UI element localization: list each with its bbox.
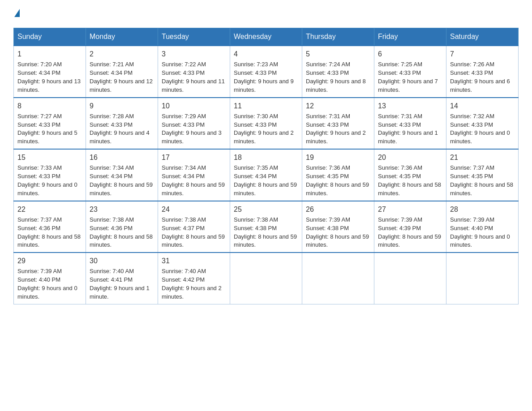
sunset-label: Sunset: 4:39 PM — [378, 225, 421, 231]
sunset-label: Sunset: 4:34 PM — [17, 69, 60, 76]
sunset-label: Sunset: 4:33 PM — [17, 173, 60, 180]
sunset-label: Sunset: 4:33 PM — [450, 121, 493, 128]
day-number: 14 — [450, 101, 515, 111]
sunset-label: Sunset: 4:36 PM — [17, 225, 60, 231]
calendar-week-1: 1Sunrise: 7:20 AMSunset: 4:34 PMDaylight… — [14, 46, 519, 98]
daylight-label: Daylight: 8 hours and 58 minutes. — [17, 233, 81, 248]
daylight-label: Daylight: 8 hours and 58 minutes. — [90, 233, 153, 248]
sunset-label: Sunset: 4:33 PM — [162, 121, 205, 128]
calendar-week-2: 8Sunrise: 7:27 AMSunset: 4:33 PMDaylight… — [14, 98, 519, 150]
day-number: 9 — [90, 101, 154, 111]
calendar-cell: 22Sunrise: 7:37 AMSunset: 4:36 PMDayligh… — [14, 201, 86, 253]
logo-text — [13, 9, 20, 18]
sunset-label: Sunset: 4:33 PM — [162, 69, 205, 76]
day-header-wednesday: Wednesday — [230, 28, 302, 46]
sunset-label: Sunset: 4:33 PM — [306, 69, 349, 76]
daylight-label: Daylight: 9 hours and 13 minutes. — [17, 78, 81, 93]
day-number: 26 — [306, 204, 370, 214]
sunrise-label: Sunrise: 7:31 AM — [306, 113, 350, 120]
daylight-label: Daylight: 8 hours and 58 minutes. — [450, 181, 513, 197]
daylight-label: Daylight: 9 hours and 8 minutes. — [306, 78, 366, 93]
sunrise-label: Sunrise: 7:21 AM — [90, 61, 134, 68]
calendar-cell: 21Sunrise: 7:37 AMSunset: 4:35 PMDayligh… — [446, 149, 519, 201]
day-number: 13 — [378, 101, 442, 111]
calendar-week-4: 22Sunrise: 7:37 AMSunset: 4:36 PMDayligh… — [14, 201, 519, 253]
sunrise-label: Sunrise: 7:22 AM — [162, 61, 206, 68]
daylight-label: Daylight: 9 hours and 1 minute. — [378, 129, 438, 145]
sunrise-label: Sunrise: 7:35 AM — [234, 164, 278, 171]
sunset-label: Sunset: 4:33 PM — [378, 121, 421, 128]
calendar-cell: 24Sunrise: 7:38 AMSunset: 4:37 PMDayligh… — [158, 201, 230, 253]
day-number: 6 — [378, 49, 442, 59]
sunset-label: Sunset: 4:37 PM — [162, 225, 205, 231]
day-number: 19 — [306, 152, 370, 163]
sunset-label: Sunset: 4:34 PM — [90, 173, 133, 180]
sunset-label: Sunset: 4:35 PM — [378, 173, 421, 180]
sunrise-label: Sunrise: 7:28 AM — [90, 113, 134, 120]
day-number: 4 — [234, 49, 298, 59]
sunrise-label: Sunrise: 7:26 AM — [450, 61, 494, 68]
sunset-label: Sunset: 4:41 PM — [90, 276, 133, 283]
day-number: 18 — [234, 152, 298, 163]
sunset-label: Sunset: 4:40 PM — [450, 225, 493, 231]
daylight-label: Daylight: 8 hours and 59 minutes. — [162, 181, 225, 197]
daylight-label: Daylight: 9 hours and 2 minutes. — [306, 129, 366, 145]
daylight-label: Daylight: 9 hours and 7 minutes. — [378, 78, 438, 93]
daylight-label: Daylight: 9 hours and 4 minutes. — [90, 129, 150, 145]
day-header-saturday: Saturday — [446, 28, 519, 46]
calendar-cell: 23Sunrise: 7:38 AMSunset: 4:36 PMDayligh… — [86, 201, 158, 253]
daylight-label: Daylight: 8 hours and 59 minutes. — [306, 181, 369, 197]
sunset-label: Sunset: 4:34 PM — [162, 173, 205, 180]
calendar-cell: 4Sunrise: 7:23 AMSunset: 4:33 PMDaylight… — [230, 46, 302, 98]
sunrise-label: Sunrise: 7:33 AM — [17, 164, 62, 171]
sunrise-label: Sunrise: 7:40 AM — [162, 268, 206, 274]
day-number: 7 — [450, 49, 515, 59]
calendar-cell: 8Sunrise: 7:27 AMSunset: 4:33 PMDaylight… — [14, 98, 86, 150]
daylight-label: Daylight: 8 hours and 59 minutes. — [234, 233, 297, 248]
day-number: 23 — [90, 204, 154, 214]
sunset-label: Sunset: 4:42 PM — [162, 276, 205, 283]
day-number: 17 — [162, 152, 226, 163]
sunrise-label: Sunrise: 7:40 AM — [90, 268, 134, 274]
daylight-label: Daylight: 8 hours and 59 minutes. — [90, 181, 153, 197]
calendar-week-5: 29Sunrise: 7:39 AMSunset: 4:40 PMDayligh… — [14, 253, 519, 304]
calendar-cell: 19Sunrise: 7:36 AMSunset: 4:35 PMDayligh… — [302, 149, 374, 201]
calendar-cell: 27Sunrise: 7:39 AMSunset: 4:39 PMDayligh… — [374, 201, 446, 253]
calendar-cell: 29Sunrise: 7:39 AMSunset: 4:40 PMDayligh… — [14, 253, 86, 304]
sunrise-label: Sunrise: 7:34 AM — [90, 164, 134, 171]
daylight-label: Daylight: 9 hours and 9 minutes. — [234, 78, 294, 93]
day-number: 30 — [90, 256, 154, 266]
calendar-cell: 26Sunrise: 7:39 AMSunset: 4:38 PMDayligh… — [302, 201, 374, 253]
daylight-label: Daylight: 8 hours and 59 minutes. — [162, 233, 225, 248]
sunrise-label: Sunrise: 7:39 AM — [306, 216, 350, 223]
sunset-label: Sunset: 4:33 PM — [378, 69, 421, 76]
day-header-sunday: Sunday — [14, 28, 86, 46]
sunrise-label: Sunrise: 7:24 AM — [306, 61, 350, 68]
sunrise-label: Sunrise: 7:36 AM — [306, 164, 350, 171]
daylight-label: Daylight: 9 hours and 11 minutes. — [162, 78, 225, 93]
sunrise-label: Sunrise: 7:39 AM — [378, 216, 422, 223]
calendar-cell: 30Sunrise: 7:40 AMSunset: 4:41 PMDayligh… — [86, 253, 158, 304]
day-number: 1 — [17, 49, 82, 59]
sunrise-label: Sunrise: 7:29 AM — [162, 113, 206, 120]
calendar-cell — [374, 253, 446, 304]
calendar-cell: 7Sunrise: 7:26 AMSunset: 4:33 PMDaylight… — [446, 46, 519, 98]
daylight-label: Daylight: 8 hours and 58 minutes. — [378, 181, 441, 197]
daylight-label: Daylight: 8 hours and 59 minutes. — [306, 233, 369, 248]
calendar-cell — [302, 253, 374, 304]
daylight-label: Daylight: 9 hours and 0 minutes. — [17, 285, 77, 300]
sunrise-label: Sunrise: 7:30 AM — [234, 113, 278, 120]
calendar-cell: 5Sunrise: 7:24 AMSunset: 4:33 PMDaylight… — [302, 46, 374, 98]
day-number: 25 — [234, 204, 298, 214]
day-number: 8 — [17, 101, 82, 111]
day-header-thursday: Thursday — [302, 28, 374, 46]
sunset-label: Sunset: 4:33 PM — [90, 121, 133, 128]
daylight-label: Daylight: 9 hours and 12 minutes. — [90, 78, 153, 93]
day-number: 29 — [17, 256, 82, 266]
sunset-label: Sunset: 4:36 PM — [90, 225, 133, 231]
day-header-monday: Monday — [86, 28, 158, 46]
calendar-cell: 17Sunrise: 7:34 AMSunset: 4:34 PMDayligh… — [158, 149, 230, 201]
daylight-label: Daylight: 9 hours and 0 minutes. — [450, 129, 510, 145]
calendar-cell: 3Sunrise: 7:22 AMSunset: 4:33 PMDaylight… — [158, 46, 230, 98]
day-number: 11 — [234, 101, 298, 111]
